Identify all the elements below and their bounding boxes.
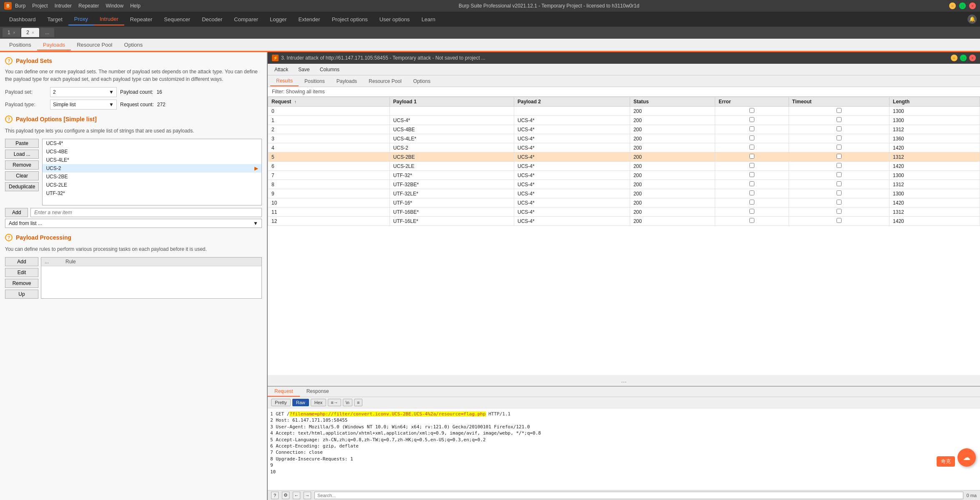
timeout-checkbox[interactable] bbox=[837, 154, 842, 159]
attack-tab-results[interactable]: Results bbox=[270, 76, 299, 86]
results-table[interactable]: Request ↑ Payload 1 Payload 2 Status Err… bbox=[268, 97, 980, 375]
sub-tab-positions[interactable]: Positions bbox=[3, 40, 37, 50]
payload-set-select[interactable]: 2 ▼ bbox=[50, 87, 117, 97]
filter-bar[interactable]: Filter: Showing all items bbox=[268, 87, 980, 97]
list-item[interactable]: UCS-4BE bbox=[43, 148, 261, 156]
timeout-checkbox[interactable] bbox=[837, 200, 842, 205]
clear-button[interactable]: Clear bbox=[5, 171, 39, 180]
settings-status-btn[interactable]: ⚙ bbox=[282, 492, 289, 499]
close-button[interactable]: × bbox=[969, 2, 976, 9]
error-checkbox[interactable] bbox=[749, 200, 754, 205]
error-checkbox[interactable] bbox=[749, 135, 754, 140]
error-checkbox[interactable] bbox=[749, 163, 754, 168]
processing-add-button[interactable]: Add bbox=[5, 257, 38, 266]
hex-btn[interactable]: Hex bbox=[311, 399, 327, 406]
table-row[interactable]: 1UCS-4*UCS-4*2001300 bbox=[268, 116, 980, 125]
nav-logger[interactable]: Logger bbox=[264, 14, 292, 25]
processing-up-button[interactable]: Up bbox=[5, 290, 38, 299]
col-error[interactable]: Error bbox=[715, 97, 789, 107]
table-row[interactable]: 5UCS-2BEUCS-4*2001312 bbox=[268, 152, 980, 162]
tab-2[interactable]: 2 × bbox=[21, 28, 39, 37]
newline-btn[interactable]: \n bbox=[343, 399, 352, 406]
list-item[interactable]: UCS-2LE bbox=[43, 181, 261, 189]
nav-learn[interactable]: Learn bbox=[416, 14, 441, 25]
payload-list[interactable]: UCS-4* UCS-4BE UCS-4LE* UCS-2 ▶ UCS-2BE … bbox=[42, 139, 262, 205]
table-row[interactable]: 7UTF-32*UCS-4*2001300 bbox=[268, 171, 980, 180]
nav-repeater[interactable]: Repeater bbox=[124, 14, 158, 25]
nav-dashboard[interactable]: Dashboard bbox=[3, 14, 42, 25]
table-row[interactable]: 12UTF-16LE*UCS-4*2001420 bbox=[268, 217, 980, 226]
menu-repeater[interactable]: Repeater bbox=[78, 3, 99, 9]
nav-decoder[interactable]: Decoder bbox=[196, 14, 228, 25]
error-checkbox[interactable] bbox=[749, 218, 754, 223]
attack-menu-attack[interactable]: Attack bbox=[270, 65, 292, 74]
menu-intruder[interactable]: Intruder bbox=[55, 3, 72, 9]
paste-button[interactable]: Paste bbox=[5, 139, 39, 148]
table-row[interactable]: 8UTF-32BE*UCS-4*2001312 bbox=[268, 180, 980, 189]
tab-more[interactable]: ... bbox=[40, 28, 54, 37]
error-checkbox[interactable] bbox=[749, 209, 754, 214]
timeout-checkbox[interactable] bbox=[837, 126, 842, 131]
request-tab[interactable]: Request bbox=[268, 387, 300, 397]
nav-intruder[interactable]: Intruder bbox=[94, 13, 124, 25]
error-checkbox[interactable] bbox=[749, 117, 754, 122]
table-row[interactable]: 2UCS-4BEUCS-4*2001312 bbox=[268, 125, 980, 134]
col-request[interactable]: Request ↑ bbox=[268, 97, 390, 107]
add-from-list-dropdown[interactable]: Add from list ... ▼ bbox=[5, 219, 262, 228]
error-checkbox[interactable] bbox=[749, 172, 754, 177]
back-btn[interactable]: ← bbox=[293, 492, 300, 499]
menu-help[interactable]: Help bbox=[130, 3, 141, 9]
payload-sets-help-icon[interactable]: ? bbox=[5, 57, 13, 65]
error-checkbox[interactable] bbox=[749, 154, 754, 159]
sub-tab-resource-pool[interactable]: Resource Pool bbox=[71, 40, 118, 50]
maximize-button[interactable]: □ bbox=[959, 2, 966, 9]
error-checkbox[interactable] bbox=[749, 126, 754, 131]
timeout-checkbox[interactable] bbox=[837, 135, 842, 140]
minimize-button[interactable]: − bbox=[949, 2, 956, 9]
table-row[interactable]: 02001300 bbox=[268, 107, 980, 116]
sub-tab-payloads[interactable]: Payloads bbox=[37, 40, 71, 50]
col-status[interactable]: Status bbox=[630, 97, 715, 107]
list-item[interactable]: UTF-32* bbox=[43, 189, 261, 198]
menu-window[interactable]: Window bbox=[106, 3, 123, 9]
timeout-checkbox[interactable] bbox=[837, 163, 842, 168]
help-status-btn[interactable]: ? bbox=[271, 492, 279, 499]
tab-2-close[interactable]: × bbox=[32, 30, 34, 35]
timeout-checkbox[interactable] bbox=[837, 172, 842, 177]
attack-menu-columns[interactable]: Columns bbox=[316, 65, 344, 74]
timeout-checkbox[interactable] bbox=[837, 108, 842, 113]
error-checkbox[interactable] bbox=[749, 108, 754, 113]
list-item[interactable]: UCS-4LE* bbox=[43, 156, 261, 164]
menu-burp[interactable]: Burp bbox=[15, 3, 25, 9]
attack-maximize[interactable]: □ bbox=[960, 55, 967, 61]
timeout-checkbox[interactable] bbox=[837, 218, 842, 223]
attack-tab-options[interactable]: Options bbox=[407, 77, 436, 86]
timeout-checkbox[interactable] bbox=[837, 181, 842, 186]
add-item-button[interactable]: Add bbox=[5, 208, 28, 217]
list-item[interactable]: UCS-2BE bbox=[43, 172, 261, 181]
error-checkbox[interactable] bbox=[749, 145, 754, 150]
list-item[interactable]: UCS-2 ▶ bbox=[43, 164, 261, 172]
nav-sequencer[interactable]: Sequencer bbox=[158, 14, 196, 25]
forward-btn[interactable]: → bbox=[304, 492, 311, 499]
table-row[interactable]: 6UCS-2LEUCS-4*2001420 bbox=[268, 162, 980, 171]
attack-menu-save[interactable]: Save bbox=[294, 65, 314, 74]
nav-project-options[interactable]: Project options bbox=[326, 14, 374, 25]
add-item-input[interactable] bbox=[30, 208, 262, 217]
sub-tab-options[interactable]: Options bbox=[118, 40, 149, 50]
raw-btn[interactable]: Raw bbox=[292, 399, 309, 406]
timeout-checkbox[interactable] bbox=[837, 145, 842, 150]
timeout-checkbox[interactable] bbox=[837, 209, 842, 214]
error-checkbox[interactable] bbox=[749, 181, 754, 186]
attack-tab-resource-pool[interactable]: Resource Pool bbox=[363, 77, 407, 86]
attack-tab-positions[interactable]: Positions bbox=[299, 77, 331, 86]
nav-proxy[interactable]: Proxy bbox=[68, 13, 94, 25]
col-timeout[interactable]: Timeout bbox=[789, 97, 889, 107]
nav-comparer[interactable]: Comparer bbox=[228, 14, 264, 25]
status-search-input[interactable] bbox=[314, 492, 963, 499]
table-row[interactable]: 4UCS-2UCS-4*2001420 bbox=[268, 143, 980, 152]
processing-remove-button[interactable]: Remove bbox=[5, 279, 38, 288]
list-item[interactable]: UCS-4* bbox=[43, 139, 261, 148]
col-payload2[interactable]: Payload 2 bbox=[514, 97, 630, 107]
timeout-checkbox[interactable] bbox=[837, 117, 842, 122]
